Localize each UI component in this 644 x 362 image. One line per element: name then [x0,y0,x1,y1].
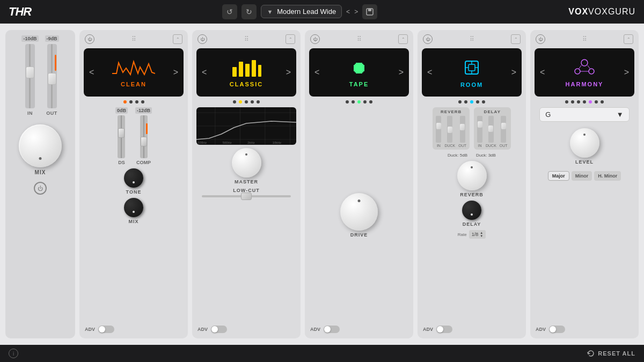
room-delay-in-track[interactable] [477,116,482,143]
classic-drag-handle[interactable]: ⠿ [244,35,249,43]
room-power-button[interactable]: ⏻ [423,34,433,44]
room-prev-btn[interactable]: < [427,68,432,77]
out-db-label: -9dB [45,35,59,42]
orange-indicator [55,55,56,71]
tape-drive-knob[interactable] [340,193,378,231]
room-reverb-out-label: OUT [458,144,466,147]
room-reverb-out-thumb[interactable] [460,124,465,130]
room-delay-out-track[interactable] [501,116,506,143]
room-delay-in-thumb[interactable] [478,121,482,128]
clean-mix-knob[interactable] [124,198,143,217]
clean-ds-track[interactable] [118,115,125,158]
mix-knob[interactable] [19,124,62,167]
room-delay-duck-track[interactable] [488,116,494,143]
module-clean: ⏻ ⠿ ⌃ < CLEAN > 0dB [79,30,188,338]
room-next-btn[interactable]: > [511,68,516,77]
harmony-collapse-button[interactable]: ⌃ [624,34,633,44]
harmony-prev-btn[interactable]: < [540,68,545,77]
classic-master-knob[interactable] [232,148,261,178]
room-reverb-in-thumb[interactable] [436,123,441,129]
classic-prev-btn[interactable]: < [202,68,207,77]
clean-fx-name: CLEAN [121,81,147,87]
tape-drag-handle[interactable]: ⠿ [357,35,362,43]
preset-selector[interactable]: ▼ Modern Lead Wide [261,5,342,18]
classic-dot-0 [233,100,236,104]
classic-adv-toggle[interactable] [211,326,227,333]
room-delay-duck-label: DUCK [486,144,496,147]
bottom-bar: i RESET ALL [0,345,644,362]
harmony-level-knob[interactable] [570,128,599,158]
clean-drag-handle[interactable]: ⠿ [131,35,136,43]
room-reverb-knob[interactable] [457,161,487,190]
clean-adv-row: ADV [79,326,188,333]
mix-label: MIX [35,169,46,175]
harmony-next-btn[interactable]: > [624,68,629,77]
room-reverb-duck-thumb[interactable] [448,127,452,133]
clean-waveform [112,57,155,78]
save-button[interactable] [362,4,377,19]
clean-adv-toggle[interactable] [98,326,114,333]
classic-lowcut-thumb[interactable] [241,193,252,200]
harmony-minor-btn[interactable]: Minor [572,171,592,181]
reset-all-button[interactable]: RESET ALL [587,350,635,357]
tape-collapse-button[interactable]: ⌃ [398,34,408,44]
tape-adv-toggle[interactable] [324,326,340,333]
tape-drive-dot [358,200,361,202]
in-fader-track[interactable] [25,44,35,108]
svg-rect-3 [239,62,243,77]
classic-dot-3 [251,100,254,104]
room-dot-1 [464,100,467,104]
clean-power-button[interactable]: ⏻ [85,34,94,44]
tape-prev-btn[interactable]: < [314,68,319,77]
clean-ds-db: 0dB [115,107,128,114]
classic-power-button[interactable]: ⏻ [197,34,207,44]
harmony-drag-handle[interactable]: ⠿ [582,35,587,43]
room-delay-duck-thumb[interactable] [488,125,493,132]
harmony-power-button[interactable]: ⏻ [536,34,545,44]
room-delay-out-thumb[interactable] [501,123,506,129]
harmony-key-selector[interactable]: G ▼ [539,107,629,122]
preset-next[interactable]: > [354,8,358,16]
undo-button[interactable]: ↺ [222,4,237,19]
room-rate-value[interactable]: 1/8 ▲▼ [469,230,486,239]
harmony-fx-display: < HARMONY > [535,48,634,97]
room-collapse-button[interactable]: ⌃ [511,34,521,44]
preset-prev[interactable]: < [346,8,350,16]
info-button[interactable]: i [9,349,18,358]
room-reverb-in-label: IN [437,144,441,147]
clean-ds-thumb[interactable] [118,128,125,138]
clean-tone-knob[interactable] [124,168,143,188]
room-drag-handle[interactable]: ⠿ [470,35,474,43]
module-harmony: ⏻ ⠿ ⌃ < HARMONY > [530,30,639,338]
harmony-major-btn[interactable]: Major [548,171,569,181]
harmony-hminor-btn[interactable]: H. Minor [594,171,621,181]
tape-power-button[interactable]: ⏻ [310,34,320,44]
room-reverb-in-track[interactable] [436,116,441,143]
clean-comp-thumb[interactable] [141,137,147,146]
classic-lowcut-track[interactable] [202,195,291,197]
classic-adv-label: ADV [197,327,208,332]
clean-prev-btn[interactable]: < [89,68,94,77]
classic-collapse-button[interactable]: ⌃ [286,34,295,44]
classic-next-btn[interactable]: > [286,68,291,77]
tape-adv-row: ADV [305,326,413,333]
room-reverb-out-track[interactable] [460,116,465,143]
in-fader-thumb[interactable] [26,67,34,78]
svg-line-28 [588,65,590,69]
svg-text:10kHz: 10kHz [273,141,282,144]
io-power-button[interactable]: ⏻ [34,182,47,195]
harmony-adv-toggle[interactable] [549,326,565,333]
clean-comp-track[interactable] [140,115,148,158]
room-rate-stepper[interactable]: ▲▼ [480,231,483,238]
room-adv-toggle[interactable] [436,326,452,333]
out-fader-track[interactable] [47,44,57,108]
tape-dot-1 [352,100,355,104]
tape-next-btn[interactable]: > [399,68,404,77]
out-fader-thumb[interactable] [48,73,56,85]
room-delay-knob[interactable] [462,201,481,220]
clean-next-btn[interactable]: > [173,68,178,77]
room-reverb-duck-track[interactable] [447,116,452,143]
fader-section: -10dB IN -9dB OUT [9,35,72,116]
clean-collapse-button[interactable]: ⌃ [173,34,182,44]
redo-button[interactable]: ↻ [241,4,257,19]
